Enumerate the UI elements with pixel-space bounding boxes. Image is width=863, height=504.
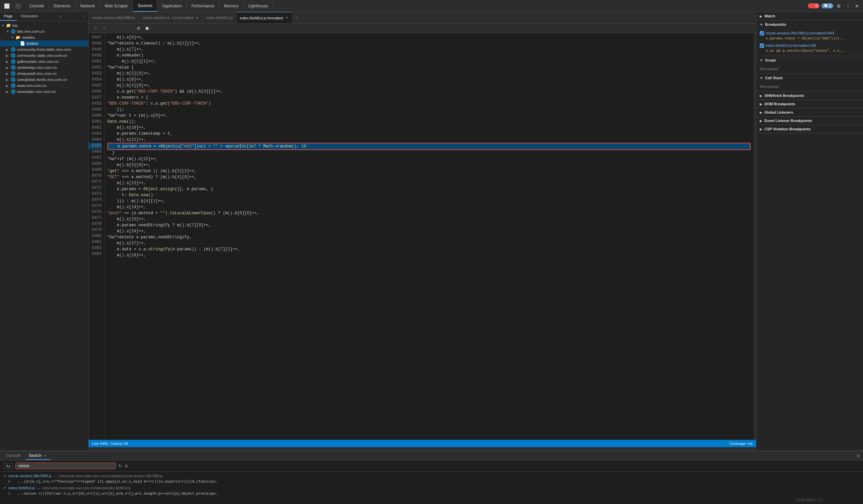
code-line-6478[interactable]: e.params.needStringify ? m().b[7][0]++, <box>107 222 751 228</box>
nav-tab-console[interactable]: Console <box>25 0 49 12</box>
tree-item-index[interactable]: 📄 (index) <box>0 40 88 47</box>
bottom-tab-search-close[interactable]: ✕ <box>44 454 47 457</box>
sidebar-options-btn[interactable]: ⋮ <box>79 12 88 21</box>
code-line-6475[interactable]: m().s[14]++, <box>107 204 751 210</box>
code-tab-0[interactable]: chunk-vendors.99e78f6f.js <box>89 12 139 23</box>
code-tab-2[interactable]: index.fdcfdf1d.js <box>203 12 237 23</box>
result-group-header-0[interactable]: ▼ chunk-vendors.99e78f6f.js — community-… <box>0 473 863 479</box>
code-tab-1[interactable]: chunk-vendors.9...f.js:formatted ✕ <box>139 12 203 23</box>
code-line-6468[interactable]: m().b[5][0]++, <box>107 162 751 168</box>
code-line-6460[interactable]: "kw">var t = (m().s[9]++, <box>107 113 751 119</box>
bottom-panel-close-btn[interactable]: ✕ <box>856 453 860 458</box>
code-line-6456[interactable]: c.a.get("BBS-CSRF-TOKEN") && (m().b[3][1… <box>107 89 751 94</box>
clear-search-btn[interactable]: ⊘ <box>124 463 128 469</box>
tree-item-newbbs[interactable]: ▼ 📁 newbbs <box>0 35 88 40</box>
breakpoint-checkbox-1[interactable] <box>760 43 764 48</box>
nav-tab-memory[interactable]: Memory <box>219 0 243 12</box>
code-line-6454[interactable]: m().s[8]++, <box>107 77 751 83</box>
settings-btn[interactable]: ⚙ <box>835 2 842 10</box>
code-line-6459[interactable]: }); <box>107 106 751 113</box>
code-line-6483[interactable]: m().s[18]++, <box>107 252 751 259</box>
tree-item-gallery[interactable]: ▶ 🌐 gallerystatic.vivo.com.cn <box>0 59 88 64</box>
code-line-6455[interactable]: m().b[3][0]++, <box>107 83 751 89</box>
code-line-6452[interactable]: "kw">else { <box>107 64 751 71</box>
code-line-6467[interactable]: "kw">if (m().s[12]++, <box>107 156 751 162</box>
result-group-header-1[interactable]: ▼ index.fdcfdf1d.js — community-front-st… <box>0 485 863 491</box>
nav-tab-elements[interactable]: Elements <box>49 0 76 12</box>
tree-item-wwwstatic[interactable]: ▶ 🌐 wwwstatic.vivo.com.cn <box>0 89 88 94</box>
event-header[interactable]: ▶ Event Listener Breakpoints <box>756 117 863 125</box>
more-btn[interactable]: ⋮ <box>844 2 852 10</box>
nav-tab-webscraper[interactable]: Web Scraper <box>100 0 133 12</box>
dom-header[interactable]: ▶ DOM Breakpoints <box>756 100 863 108</box>
code-line-6479[interactable]: m().s[16]++, <box>107 228 751 234</box>
watch-header[interactable]: ▶ Watch <box>756 12 863 20</box>
code-line-6481[interactable]: m().s[17]++, <box>107 240 751 246</box>
nav-tab-sources[interactable]: Sources <box>133 0 158 12</box>
deactivate-breakpoints-btn[interactable]: ⊘ <box>135 25 142 32</box>
sidebar-more-btn[interactable]: » <box>57 12 64 21</box>
right-panel-scroll[interactable]: ▶ Watch ▼ Breakpoints chunk-vendors.99e7… <box>756 12 863 451</box>
scope-header[interactable]: ▼ Scope <box>756 56 863 64</box>
xhr-header[interactable]: ▶ XHR/fetch Breakpoints <box>756 91 863 100</box>
code-line-6482[interactable]: e.data = s.a.stringify(e.params)) : (m()… <box>107 246 751 252</box>
tree-item-userglobal[interactable]: ▶ 🌐 userglobal-vivofs.vivo.com.cn <box>0 77 88 83</box>
result-line-0-0[interactable]: 6 ...(a=[e,t],i=o,r="function"===typeof … <box>0 479 863 484</box>
sidebar-tab-filesystem[interactable]: Filesystem <box>17 12 42 21</box>
pause-btn[interactable]: ⏸ <box>92 25 100 32</box>
code-line-6448[interactable]: "kw">delete e.timeout) : m().b[1][1]++, <box>107 40 751 47</box>
pause-exceptions-btn[interactable]: ⏹ <box>143 25 151 32</box>
code-line-6474[interactable]: })) : m().b[4][1]++, <box>107 198 751 204</box>
code-line-6470[interactable]: "GET" === e.method) ? (m().b[4][0]++, <box>107 174 751 180</box>
tree-item-community-static[interactable]: ▶ 🌐 community-static.vivo.com.cn <box>0 52 88 59</box>
dock-top-btn[interactable]: ⬛ <box>13 2 23 10</box>
code-line-6471[interactable]: m().s[13]++, <box>107 180 751 186</box>
tree-item-community-front[interactable]: ▶ 🌐 community-front-static.vivo.com. <box>0 47 88 52</box>
code-line-6457[interactable]: e.headers = { <box>107 94 751 101</box>
close-btn[interactable]: ✕ <box>854 2 860 10</box>
search-input[interactable] <box>18 464 113 468</box>
step-over-btn[interactable]: ↷ <box>101 25 108 32</box>
bottom-tab-console[interactable]: Console <box>3 452 24 460</box>
code-line-6477[interactable]: m().s[15]++, <box>107 216 751 222</box>
step-into-btn[interactable]: ↓ <box>109 25 115 32</box>
code-line-6472[interactable]: e.params = Object.assign({}, e.params, { <box>107 186 751 192</box>
code-tab-close-3[interactable]: ✕ <box>285 16 289 20</box>
code-line-6476[interactable]: "post" == (e.method + "").toLocaleLowerC… <box>107 210 751 216</box>
dock-left-btn[interactable]: ⬜ <box>2 2 12 10</box>
result-line-1-0[interactable]: 1 ...nction r(){for(var n,o,i=r[0],s=r[1… <box>0 491 863 496</box>
nav-tab-application[interactable]: Application <box>158 0 187 12</box>
code-line-6450[interactable]: e.noHeader) <box>107 52 751 59</box>
global-header[interactable]: ▶ Global Listeners <box>756 108 863 116</box>
code-line-6463[interactable]: e.params.timestamp = t, <box>107 131 751 137</box>
code-line-6466[interactable]: } <box>107 150 751 156</box>
code-line-6462[interactable]: m().s[10]++, <box>107 125 751 131</box>
breakpoints-header[interactable]: ▼ Breakpoints <box>756 21 863 28</box>
code-line-6465[interactable]: e.params.nonce = ◼Object(u["md5"])◼(t + … <box>107 143 751 150</box>
code-line-6451[interactable]: m().b[2][1]++; <box>107 59 751 64</box>
code-line-6473[interactable]: t: Date.now() <box>107 192 751 198</box>
code-line-6469[interactable]: "get" === e.method || (m().b[5][1]++, <box>107 168 751 174</box>
nav-tab-lighthouse[interactable]: Lighthouse <box>243 0 273 12</box>
step-btn[interactable]: → <box>123 25 131 32</box>
horizontal-scrollbar[interactable] <box>89 447 756 451</box>
code-line-6447[interactable]: m().s[6]++, <box>107 35 751 40</box>
code-line-6461[interactable]: Date.now()); <box>107 119 751 125</box>
code-line-6464[interactable]: m().s[11]++, <box>107 137 751 143</box>
code-line-6458[interactable]: "BBS-CSRF-TOKEN": c.a.get("BBS-CSRF-TOKE… <box>107 101 751 106</box>
tree-item-sentinel[interactable]: ▶ 🌐 sentinelapi.vivo.com.cn <box>0 64 88 71</box>
nav-tab-network[interactable]: Network <box>76 0 100 12</box>
csp-header[interactable]: ▶ CSP Violation Breakpoints <box>756 125 863 133</box>
tab-overflow-btn[interactable]: » <box>292 15 300 20</box>
breakpoint-checkbox-0[interactable] <box>760 31 764 35</box>
tree-item-shequ[interactable]: ▶ 🌐 shequwsdl.vivo.com.cn <box>0 71 88 77</box>
tree-item-www[interactable]: ▶ 🌐 www.vivo.com.cn <box>0 83 88 89</box>
step-out-btn[interactable]: ↑ <box>116 25 122 32</box>
tree-item-bbs[interactable]: ▼ 🌐 bbs.vivo.com.cn <box>0 28 88 35</box>
code-line-6480[interactable]: "kw">delete e.params.needStringify, <box>107 234 751 240</box>
refresh-search-btn[interactable]: ↻ <box>118 463 122 469</box>
nav-tab-performance[interactable]: Performance <box>187 0 220 12</box>
tree-item-top[interactable]: ▼ 📁 top <box>0 22 88 28</box>
vertical-scrollbar[interactable] <box>753 33 756 440</box>
code-line-6449[interactable]: m().s[7]++, <box>107 47 751 52</box>
